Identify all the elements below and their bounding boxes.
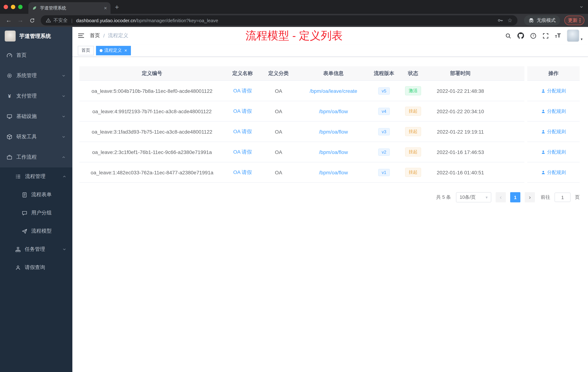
sidebar-item-leave-query[interactable]: 请假查询 [0, 258, 72, 277]
form-info-link[interactable]: /bpm/oa/flow [319, 108, 348, 114]
font-size-big-t: T [557, 33, 561, 39]
incognito-badge: 无痕模式 [524, 15, 560, 25]
definition-name-link[interactable]: OA 请假 [233, 169, 252, 176]
cell-actions: 分配规则 [527, 101, 580, 121]
cell-process-version: v4 [370, 101, 398, 121]
next-page-button[interactable]: › [525, 192, 535, 202]
svg-text:?: ? [532, 34, 534, 37]
sidebar-item-label: 请假查询 [25, 264, 67, 271]
tag-home[interactable]: 首页 [78, 46, 94, 55]
tab-close-icon[interactable]: × [104, 5, 107, 11]
minimize-window-button[interactable] [11, 5, 15, 9]
workflow-submenu: 流程管理 流程表单 用户分组 [0, 167, 72, 372]
tag-close-icon[interactable]: × [124, 48, 127, 53]
search-icon[interactable] [505, 33, 511, 39]
forward-button[interactable]: → [15, 15, 25, 25]
pagination-total: 共 5 条 [436, 194, 451, 201]
address-bar[interactable]: 不安全 | dashboard.yudao.iocoder.cn/bpm/man… [41, 15, 517, 25]
goto-page-input[interactable] [555, 193, 571, 202]
chevron-up-icon [62, 174, 67, 179]
breadcrumb: 首页 / 流程定义 [90, 33, 128, 39]
definition-name-link[interactable]: OA 请假 [233, 88, 252, 94]
cell-definition-id: oa_leave:5:004b710b-7b8a-11ec-8ef0-acde4… [79, 81, 225, 101]
maximize-window-button[interactable] [18, 5, 22, 9]
sidebar-item-process-model[interactable]: 流程模型 [0, 222, 72, 240]
cell-actions: 分配规则 [527, 81, 580, 101]
github-icon[interactable] [517, 33, 524, 39]
sidebar-item-infrastructure[interactable]: 基础设施 [0, 106, 72, 127]
fullscreen-icon[interactable] [543, 33, 549, 39]
browser-menu-dots-icon[interactable] [579, 18, 581, 23]
column-gap [524, 81, 527, 101]
version-tag[interactable]: v3 [378, 128, 390, 135]
sidebar-item-devtools[interactable]: 研发工具 [0, 127, 72, 147]
screen: 芋道管理系统 × + ← → 不安全 | dashboard.yudao.ioc… [0, 0, 588, 372]
sidebar-item-user-group[interactable]: 用户分组 [0, 204, 72, 222]
back-button[interactable]: ← [4, 15, 14, 25]
cell-process-version: v1 [370, 162, 398, 183]
pagination: 共 5 条 10条/页 ▾ ‹ 1 › 前往 页 [79, 192, 580, 202]
form-info-link[interactable]: /bpm/oa/leave/create [310, 88, 357, 94]
definition-name-link[interactable]: OA 请假 [233, 128, 252, 135]
bookmark-star-icon[interactable]: ☆ [507, 17, 512, 24]
cell-definition-category: OA [260, 162, 297, 183]
definition-name-link[interactable]: OA 请假 [233, 108, 252, 114]
cell-form-info: /bpm/oa/flow [297, 101, 370, 121]
column-header-status: 状态 [398, 66, 428, 81]
security-label[interactable]: 不安全 [53, 17, 68, 24]
sidebar-item-payment[interactable]: ¥ 支付管理 [0, 86, 72, 106]
sidebar-item-label: 首页 [16, 52, 66, 59]
version-tag[interactable]: v1 [378, 169, 390, 176]
hamburger-icon[interactable] [78, 33, 84, 39]
active-tag-dot [100, 49, 103, 52]
cell-process-version: v5 [370, 81, 398, 101]
assign-rule-button[interactable]: 分配规则 [541, 128, 566, 135]
assign-rule-button[interactable]: 分配规则 [541, 108, 566, 114]
tag-process-definition[interactable]: 流程定义 × [96, 46, 131, 55]
sidebar-item-task-management[interactable]: 任务管理 [0, 240, 72, 258]
breadcrumb-separator: / [103, 33, 105, 39]
assign-rule-button[interactable]: 分配规则 [541, 88, 566, 94]
close-window-button[interactable] [4, 5, 8, 9]
password-key-icon[interactable] [497, 17, 503, 23]
sidebar-item-process-form[interactable]: 流程表单 [0, 186, 72, 204]
user-avatar-menu[interactable]: ▾ [567, 30, 583, 42]
tag-label: 流程定义 [104, 47, 122, 54]
document-icon [22, 192, 27, 197]
page-size-select[interactable]: 10条/页 ▾ [456, 192, 491, 202]
browser-urlbar: ← → 不安全 | dashboard.yudao.iocoder.cn/bpm… [0, 14, 588, 27]
top-navbar: 首页 / 流程定义 流程模型 - 定义列表 ? [72, 27, 588, 44]
version-tag[interactable]: v5 [378, 87, 390, 94]
help-icon[interactable]: ? [530, 33, 536, 39]
assign-rule-button[interactable]: 分配规则 [541, 169, 566, 176]
version-tag[interactable]: v2 [378, 148, 390, 156]
form-info-link[interactable]: /bpm/oa/flow [319, 129, 348, 134]
new-tab-button[interactable]: + [115, 3, 119, 11]
sidebar-item-process-management[interactable]: 流程管理 [0, 167, 72, 186]
browser-update-button[interactable]: 更新 [564, 16, 584, 25]
sidebar-item-home[interactable]: 首页 [0, 45, 72, 66]
breadcrumb-home[interactable]: 首页 [90, 33, 100, 39]
definition-name-link[interactable]: OA 请假 [233, 149, 252, 155]
form-info-link[interactable]: /bpm/oa/flow [319, 169, 348, 175]
tab-overview-chevron-icon[interactable] [579, 5, 584, 9]
form-info-link[interactable]: /bpm/oa/flow [319, 149, 348, 155]
reload-button[interactable] [27, 15, 37, 25]
font-size-icon[interactable]: TT [555, 33, 561, 39]
assign-rule-button[interactable]: 分配规则 [541, 149, 566, 155]
chevron-up-icon [62, 155, 66, 159]
cell-definition-id: oa_leave:3:1fad3d93-7b75-11ec-a3c8-acde4… [79, 121, 225, 142]
chevron-down-icon [62, 247, 67, 252]
sidebar-logo[interactable]: 芋道管理系统 [0, 27, 72, 45]
sidebar-item-workflow[interactable]: 工作流程 [0, 147, 72, 167]
page-number-button[interactable]: 1 [510, 192, 520, 202]
version-tag[interactable]: v4 [378, 108, 390, 115]
person-icon [541, 89, 545, 93]
chat-bubble-icon [22, 210, 27, 216]
box-icon [7, 134, 12, 140]
status-badge: 挂起 [405, 147, 421, 156]
sidebar-item-system[interactable]: 系统管理 [0, 66, 72, 86]
table-row: oa_leave:4:991f2193-7b7f-11ec-a3c8-acde4… [79, 101, 580, 121]
prev-page-button[interactable]: ‹ [496, 192, 506, 202]
browser-tab[interactable]: 芋道管理系统 × [28, 2, 111, 14]
